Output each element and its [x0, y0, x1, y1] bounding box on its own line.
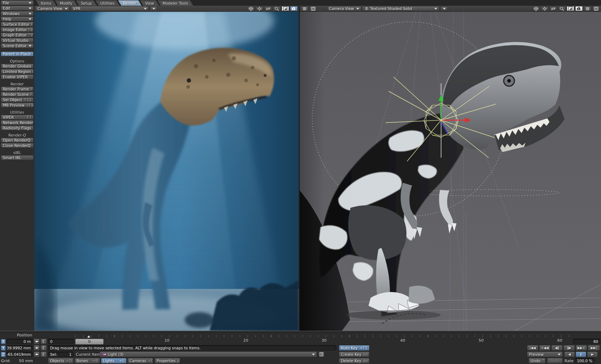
render-mode-dropdown[interactable]: VPR — [71, 6, 149, 11]
tab-render[interactable]: Render — [118, 0, 141, 6]
shaded-3d-view[interactable] — [300, 12, 601, 331]
z-stepper[interactable]: ◀▶ — [34, 351, 40, 357]
step-forward-button[interactable]: ‖▶ — [563, 345, 575, 351]
viewport-options-dropdown[interactable] — [150, 6, 157, 11]
pan-view-icon[interactable] — [256, 6, 263, 11]
enable-viper-button[interactable]: Enable VIPER — [1, 74, 34, 79]
x-envelope-button[interactable]: E — [40, 339, 47, 344]
current-frame-field[interactable]: 0 — [48, 339, 74, 344]
dropdown-arrow-icon — [152, 8, 155, 10]
current-item-label: Current Item — [76, 352, 101, 357]
redo-button[interactable]: Redo — [547, 358, 563, 364]
sel-object-button[interactable]: Sel ObjectF11 — [1, 97, 34, 102]
next-key-button[interactable]: ▶▶+ — [576, 345, 587, 351]
parent-in-place-button[interactable]: Parent in Place — [1, 51, 34, 56]
panel-icon — [320, 353, 323, 356]
menu-windows[interactable]: Windows — [1, 11, 34, 16]
limited-region-button[interactable]: Limited Regionl — [1, 69, 34, 74]
smart-ibl-button[interactable]: Smart IBL — [1, 155, 34, 160]
tab-modify[interactable]: Modify — [55, 0, 77, 6]
current-item-dropdown[interactable]: Light (3) — [99, 351, 317, 357]
objects-button[interactable]: Objects+O — [48, 358, 74, 364]
frame-slider[interactable]: 0 — [75, 339, 104, 345]
thumbnail-icon[interactable] — [309, 6, 317, 11]
center-item-icon[interactable] — [247, 6, 255, 11]
auto-key-button[interactable]: Auto Key+F1 — [339, 345, 370, 351]
step-back-button[interactable]: ◀‖ — [551, 345, 563, 351]
menu-file[interactable]: File — [1, 0, 34, 5]
position-label: Position — [10, 333, 32, 338]
lights-button[interactable]: Lights+L — [101, 358, 127, 364]
zoom-view-icon[interactable] — [558, 6, 566, 11]
tab-modeler-tools[interactable]: Modeler Tools — [158, 0, 194, 6]
viewport-list-icon[interactable] — [584, 6, 591, 11]
position-z-field[interactable]: -65.0419mm — [6, 351, 33, 357]
go-start-button[interactable]: |◀◀ — [527, 345, 538, 351]
rotate-view-icon[interactable] — [264, 6, 272, 11]
rotate-view-icon[interactable] — [549, 6, 557, 11]
z-envelope-button[interactable]: E — [40, 351, 47, 357]
camera-icon[interactable] — [575, 6, 583, 11]
tab-setup[interactable]: Setup — [76, 0, 97, 6]
x-axis-badge[interactable]: X — [1, 339, 6, 344]
dropdown-arrow-icon — [558, 354, 561, 355]
position-x-field[interactable]: 0 m — [6, 339, 33, 344]
bones-button[interactable]: Bones+B — [74, 358, 100, 364]
y-axis-badge[interactable]: Y — [1, 345, 6, 351]
dropdown-arrow-icon — [356, 8, 359, 10]
center-item-icon[interactable] — [532, 6, 540, 11]
y-stepper[interactable]: ◀▶ — [34, 345, 40, 351]
x-stepper[interactable]: ◀▶ — [34, 339, 40, 344]
vpr-render-view[interactable] — [34, 12, 299, 331]
maximize-viewport-icon[interactable] — [282, 6, 289, 11]
properties-button[interactable]: Propertiesp — [155, 358, 180, 364]
play-reverse-button[interactable]: ◀ — [564, 351, 575, 357]
item-panel-button[interactable] — [318, 351, 324, 357]
pan-view-icon[interactable] — [541, 6, 548, 11]
prev-key-button[interactable]: +◀◀ — [539, 345, 551, 351]
network-render-button[interactable]: Network Render — [1, 120, 34, 125]
rate-field[interactable]: 100.0 % — [575, 358, 595, 364]
render-scene-button[interactable]: Render SceneF10 — [1, 92, 34, 97]
viewport-options-dropdown[interactable] — [440, 6, 448, 11]
undo-button[interactable]: Undo^Z — [528, 358, 546, 364]
menu-edit[interactable]: Edit — [1, 6, 34, 11]
render-frame-button[interactable]: Render FrameF9 — [1, 87, 34, 92]
surface-editor-button[interactable]: Surface EditorF5 — [1, 22, 34, 27]
viewport-list-icon[interactable] — [301, 6, 308, 11]
camera-icon[interactable] — [290, 6, 298, 11]
render-globals-button[interactable]: Render Globals — [1, 64, 34, 69]
preview-dropdown[interactable]: Preview — [527, 351, 563, 357]
virtual-studio-button[interactable]: Virtual Studio — [1, 38, 34, 43]
frame-marker-icon — [87, 335, 90, 338]
view-type-dropdown[interactable]: Camera View — [35, 6, 70, 11]
graph-editor-button[interactable]: Graph Editor^F2 — [1, 33, 34, 38]
image-editor-button[interactable]: Image EditorF6 — [1, 27, 34, 32]
delete-key-button[interactable]: Delete Keydel — [339, 358, 370, 364]
scene-editor-button[interactable]: Scene Editor — [1, 43, 34, 48]
tab-utilities[interactable]: Utilities — [96, 0, 120, 6]
viper-button[interactable]: VIPERF7 — [1, 115, 34, 120]
tab-items[interactable]: Items — [36, 0, 56, 6]
position-y-field[interactable]: 39.9992 mm — [6, 345, 33, 351]
zoom-view-icon[interactable] — [273, 6, 280, 11]
pause-button[interactable]: ‖ — [576, 351, 586, 357]
end-frame-field[interactable]: 60 — [573, 339, 600, 344]
close-renderq-button[interactable]: Close RenderQ — [1, 143, 34, 148]
go-end-button[interactable]: ▶▶| — [588, 345, 600, 351]
open-renderq-button[interactable]: Open RenderQ — [1, 138, 34, 143]
y-envelope-button[interactable]: E — [40, 345, 47, 351]
tab-view[interactable]: View — [140, 0, 159, 6]
view-type-dropdown[interactable]: Camera View — [327, 6, 361, 11]
maximize-viewport-icon[interactable] — [567, 6, 574, 11]
render-mode-dropdown[interactable]: T Textured Shaded Solid — [362, 6, 439, 11]
play-forward-button[interactable]: ▶ — [587, 351, 598, 357]
cameras-button[interactable]: Cameras+C — [127, 358, 153, 364]
create-key-button[interactable]: Create Keyret — [339, 351, 370, 357]
mb-preview-button[interactable]: MB Preview+F9 — [1, 103, 34, 108]
menu-help[interactable]: Help — [1, 16, 34, 21]
radiosity-flags-button[interactable]: Radiosity Flags — [1, 126, 34, 131]
thumbnail-icon[interactable] — [592, 6, 600, 11]
z-axis-badge[interactable]: Z — [1, 352, 6, 357]
timeline-ruler[interactable]: 0 10 20 30 40 50 60 0 — [75, 335, 571, 345]
